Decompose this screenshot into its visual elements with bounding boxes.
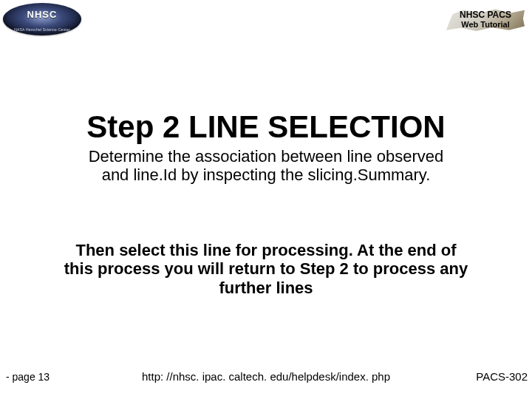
logo-subtext: NASA Herschel Science Center bbox=[3, 27, 81, 32]
slide-paragraph-2: Then select this line for processing. At… bbox=[0, 241, 532, 297]
slide: NASA Herschel Science Center NHSC PACS W… bbox=[0, 0, 532, 399]
badge-line1: NHSC PACS bbox=[446, 10, 525, 20]
slide-title: Step 2 LINE SELECTION bbox=[0, 109, 532, 145]
nhsc-logo: NASA Herschel Science Center bbox=[3, 3, 81, 35]
tutorial-badge: NHSC PACS Web Tutorial bbox=[446, 9, 525, 31]
footer-code: PACS-302 bbox=[476, 370, 528, 383]
slide-paragraph-1: Determine the association between line o… bbox=[0, 148, 532, 184]
badge-text: NHSC PACS Web Tutorial bbox=[446, 10, 525, 29]
badge-line2: Web Tutorial bbox=[446, 20, 525, 29]
footer-url: http: //nhsc. ipac. caltech. edu/helpdes… bbox=[0, 370, 532, 383]
